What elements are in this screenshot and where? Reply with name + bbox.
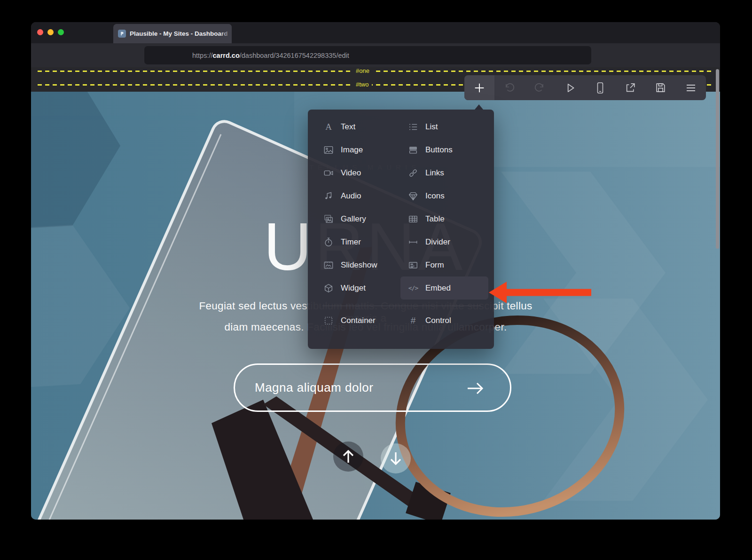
menu-item-video[interactable]: Video [322, 161, 407, 184]
screenshot-stage: Plausible - My Sites - Dashboard https:/… [0, 0, 752, 560]
url-path: /dashboard/3426167542298335/edit [240, 52, 349, 59]
popup-caret [475, 104, 483, 110]
form-icon [407, 260, 419, 270]
menu-item-buttons[interactable]: Buttons [407, 138, 494, 161]
menu-item-divider[interactable]: Divider [407, 230, 494, 253]
menu-item-icons[interactable]: Icons [407, 184, 494, 207]
audio-icon [322, 191, 335, 201]
preview-button[interactable] [555, 75, 585, 100]
tab-bar: Plausible - My Sites - Dashboard [31, 22, 720, 43]
scrollbar-thumb[interactable] [716, 69, 719, 249]
undo-icon [504, 82, 515, 94]
editor-viewport: #one #two [31, 67, 720, 520]
menu-item-list[interactable]: List [407, 115, 494, 138]
control-icon: # [407, 315, 419, 326]
close-window-button[interactable] [37, 29, 43, 35]
timer-icon [322, 237, 335, 247]
open-site-button[interactable] [615, 75, 645, 100]
redo-icon [534, 82, 545, 94]
slideshow-icon [322, 260, 335, 270]
plausible-favicon-icon [118, 30, 126, 38]
hero-cta-button[interactable]: Magna aliquam dolor [234, 363, 511, 412]
scroll-up-button[interactable] [333, 442, 363, 472]
mobile-preview-button[interactable] [585, 75, 615, 100]
play-icon [564, 82, 576, 94]
arrow-up-icon [341, 449, 355, 464]
hero-cta-label: Magna aliquam dolor [255, 380, 373, 395]
editor-menu-button[interactable] [676, 75, 706, 100]
list-icon [407, 122, 419, 132]
image-icon [322, 145, 335, 155]
browser-tab[interactable]: Plausible - My Sites - Dashboard [113, 24, 232, 43]
menu-item-table[interactable]: Table [407, 207, 494, 230]
section-guide-one-line [38, 71, 713, 72]
minimize-window-button[interactable] [47, 29, 54, 35]
widget-icon [322, 283, 335, 293]
hamburger-icon [685, 83, 697, 93]
tab-title: Plausible - My Sites - Dashboard [130, 30, 228, 37]
gem-icon [407, 191, 419, 201]
menu-item-widget[interactable]: Widget [322, 276, 407, 300]
url-domain: carrd.co [213, 52, 240, 59]
address-bar-row: https://carrd.co/dashboard/3426167542298… [31, 43, 720, 67]
browser-window: Plausible - My Sites - Dashboard https:/… [31, 22, 720, 520]
menu-item-embed[interactable]: </> Embed [400, 276, 488, 300]
add-element-button[interactable] [464, 75, 494, 100]
menu-item-container[interactable]: Container [322, 309, 407, 332]
address-field[interactable]: https://carrd.co/dashboard/3426167542298… [144, 46, 591, 64]
traffic-lights [37, 29, 64, 35]
menu-item-form[interactable]: Form [407, 253, 494, 276]
embed-icon: </> [407, 284, 419, 292]
arrow-right-icon [465, 379, 486, 398]
arrow-down-icon [389, 451, 403, 466]
external-link-icon [625, 82, 636, 94]
links-icon [407, 168, 419, 178]
save-button[interactable] [645, 75, 675, 100]
menu-item-audio[interactable]: Audio [322, 184, 407, 207]
gallery-icon [322, 214, 335, 224]
zoom-window-button[interactable] [58, 29, 64, 35]
redo-button[interactable] [525, 75, 555, 100]
video-icon [322, 168, 335, 178]
text-icon: A [322, 122, 335, 131]
url-scheme: https:// [192, 52, 213, 59]
editor-toolbar [464, 75, 706, 100]
menu-item-image[interactable]: Image [322, 138, 407, 161]
section-guide-two-label: #two [352, 81, 372, 88]
menu-item-links[interactable]: Links [407, 161, 494, 184]
phone-icon [595, 82, 606, 94]
menu-item-gallery[interactable]: Gallery [322, 207, 407, 230]
undo-button[interactable] [494, 75, 525, 100]
menu-item-timer[interactable]: Timer [322, 230, 407, 253]
buttons-icon [407, 145, 419, 155]
save-icon [655, 82, 666, 94]
menu-divider [322, 306, 481, 306]
plus-icon [473, 81, 486, 95]
annotation-arrow-left [489, 281, 591, 304]
toolbar-actions [494, 75, 706, 100]
add-element-menu: A Text List Image [308, 110, 494, 349]
menu-item-text[interactable]: A Text [322, 115, 407, 138]
divider-icon [407, 237, 419, 247]
table-icon [407, 214, 419, 224]
menu-item-control[interactable]: # Control [407, 309, 494, 332]
scroll-down-button[interactable] [381, 443, 411, 473]
container-icon [322, 315, 335, 326]
menu-item-slideshow[interactable]: Slideshow [322, 253, 407, 276]
section-guide-one-label: #one [352, 67, 373, 75]
